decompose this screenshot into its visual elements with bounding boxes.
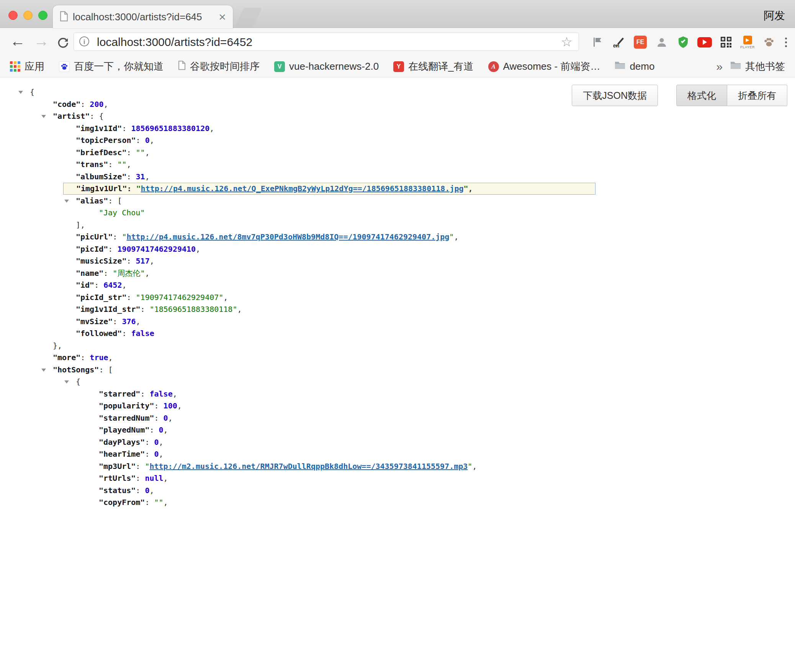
- json-value: ,: [196, 244, 200, 254]
- json-value: ,: [209, 124, 214, 133]
- json-line: "picId_str": "19097417462929407",: [0, 292, 795, 304]
- bookmark-item-demo-folder[interactable]: demo: [615, 61, 654, 72]
- player-extension-icon[interactable]: ▶ PLAYER: [739, 32, 756, 52]
- json-value: :: [94, 280, 103, 290]
- reload-button[interactable]: [57, 36, 70, 53]
- back-button[interactable]: ←: [10, 33, 25, 50]
- json-value: ,: [108, 353, 113, 362]
- json-value: },: [53, 341, 62, 350]
- bookmark-item-google-sort[interactable]: 谷歌按时间排序: [178, 60, 260, 73]
- json-value: :: [149, 425, 159, 434]
- json-line: "followed": false: [0, 328, 795, 340]
- bookmark-item-youdao[interactable]: Y 在线翻译_有道: [393, 60, 473, 73]
- qrcode-extension-icon[interactable]: [718, 32, 734, 52]
- window-minimize-button[interactable]: [23, 11, 33, 20]
- json-value: {: [30, 87, 34, 97]
- json-value: :: [145, 498, 154, 507]
- json-value: ,: [150, 256, 154, 266]
- youtube-extension-icon[interactable]: [696, 32, 713, 52]
- shield-extension-icon[interactable]: [675, 32, 692, 52]
- json-value: :: [108, 160, 117, 169]
- browser-menu-icon[interactable]: [782, 38, 790, 47]
- json-value: :: [136, 462, 145, 471]
- paw-extension-icon[interactable]: [761, 32, 777, 52]
- json-value: :: [103, 269, 113, 278]
- page-content: 下载JSON数据 格式化 折叠所有 {"code": 200,"artist":…: [0, 78, 795, 672]
- json-value: ,: [173, 389, 177, 398]
- json-value: :: [113, 232, 122, 241]
- json-line: "picUrl": "http://p4.music.126.net/8mv7q…: [0, 231, 795, 243]
- collapse-arrow-icon[interactable]: [18, 91, 23, 94]
- json-value: :: [154, 401, 164, 410]
- json-key: "playedNum": [99, 425, 149, 434]
- bookmark-label: 谷歌按时间排序: [190, 60, 260, 73]
- json-value: :: [136, 486, 145, 495]
- json-value: 31: [136, 172, 145, 181]
- json-key: "mp3Url": [99, 462, 136, 471]
- fehelper-extension-icon[interactable]: FE: [632, 32, 649, 52]
- json-key: "img1v1Id": [76, 124, 122, 133]
- browser-tab[interactable]: localhost:3000/artists?id=645 ×: [53, 5, 233, 28]
- json-value: "18569651883380118": [150, 305, 237, 314]
- other-bookmarks-label: 其他书签: [745, 60, 785, 73]
- bookmarks-overflow-chevron[interactable]: »: [716, 60, 723, 73]
- address-bar[interactable]: i localhost:3000/artists?id=6452 ☆: [74, 33, 579, 51]
- json-key: "hotSongs": [53, 365, 99, 374]
- tab-close-icon[interactable]: ×: [219, 11, 226, 23]
- json-line: "popularity": 100,: [0, 400, 795, 412]
- bookmark-item-vue-hackernews[interactable]: V vue-hackernews-2.0: [274, 61, 379, 72]
- json-key: "hearTime": [99, 449, 145, 459]
- person-extension-icon[interactable]: [653, 32, 670, 52]
- json-line: "copyFrom": "",: [0, 497, 795, 509]
- json-url-link[interactable]: http://m2.music.126.net/RMJR7wDullRqppBk…: [149, 462, 468, 471]
- json-value: "": [117, 160, 126, 169]
- json-tree: {"code": 200,"artist": {"img1v1Id": 1856…: [0, 86, 795, 509]
- traffic-lights: [8, 11, 47, 20]
- window-close-button[interactable]: [8, 11, 18, 20]
- json-url-link[interactable]: http://p4.music.126.net/8mv7qP30Pd3oHW8b…: [126, 232, 449, 241]
- new-tab-button[interactable]: [234, 8, 262, 28]
- json-line: "rtUrls": null,: [0, 472, 795, 485]
- json-key: "picId": [76, 244, 108, 254]
- json-value: 376: [122, 317, 136, 326]
- bookmark-item-baidu[interactable]: 百度一下，你就知道: [59, 60, 164, 73]
- json-value: ,: [159, 438, 164, 447]
- apps-grid-icon: [10, 61, 20, 72]
- json-key: "trans": [76, 160, 108, 169]
- json-value: 6452: [103, 280, 122, 290]
- collapse-arrow-icon[interactable]: [64, 200, 69, 203]
- json-value: :: [113, 317, 122, 326]
- translate-pen-extension-icon[interactable]: en: [610, 32, 627, 52]
- json-url-link[interactable]: http://p4.music.126.net/Q_ExePNkmgB2yWyL…: [141, 184, 464, 193]
- json-key: "alias": [76, 196, 108, 205]
- json-value: 19097417462929410: [117, 244, 196, 254]
- json-value: 0: [145, 136, 150, 145]
- selected-row-highlight: "img1v1Url": "http://p4.music.126.net/Q_…: [63, 183, 595, 195]
- collapse-arrow-icon[interactable]: [41, 369, 46, 372]
- json-key: "starredNum": [99, 413, 154, 423]
- json-value: :: [122, 124, 131, 133]
- json-value: ,: [454, 232, 458, 241]
- flag-extension-icon[interactable]: [589, 32, 606, 52]
- json-value: ],: [76, 220, 85, 229]
- bookmark-item-awesomes[interactable]: A Awesomes - 前端资…: [488, 60, 600, 73]
- json-value: "Jay Chou": [99, 208, 145, 217]
- other-bookmarks-folder[interactable]: 其他书签: [730, 60, 785, 73]
- bookmark-label: Awesomes - 前端资…: [503, 60, 600, 73]
- collapse-arrow-icon[interactable]: [41, 115, 46, 118]
- json-value: :: [136, 474, 145, 483]
- json-value: :: [141, 305, 150, 314]
- window-zoom-button[interactable]: [38, 11, 47, 20]
- bookmark-label: 百度一下，你就知道: [74, 60, 164, 73]
- json-value: ,: [168, 413, 173, 423]
- json-value: ,: [177, 401, 182, 410]
- json-value: : [: [99, 365, 113, 374]
- json-value: "": [154, 498, 164, 507]
- bookmark-star-icon[interactable]: ☆: [561, 34, 573, 49]
- apps-shortcut[interactable]: 应用: [10, 60, 44, 73]
- collapse-arrow-icon[interactable]: [64, 380, 69, 384]
- url-text[interactable]: localhost:3000/artists?id=6452: [97, 36, 252, 49]
- json-value: :: [127, 184, 136, 193]
- json-line: "dayPlays": 0,: [0, 436, 795, 449]
- info-icon[interactable]: i: [79, 36, 89, 46]
